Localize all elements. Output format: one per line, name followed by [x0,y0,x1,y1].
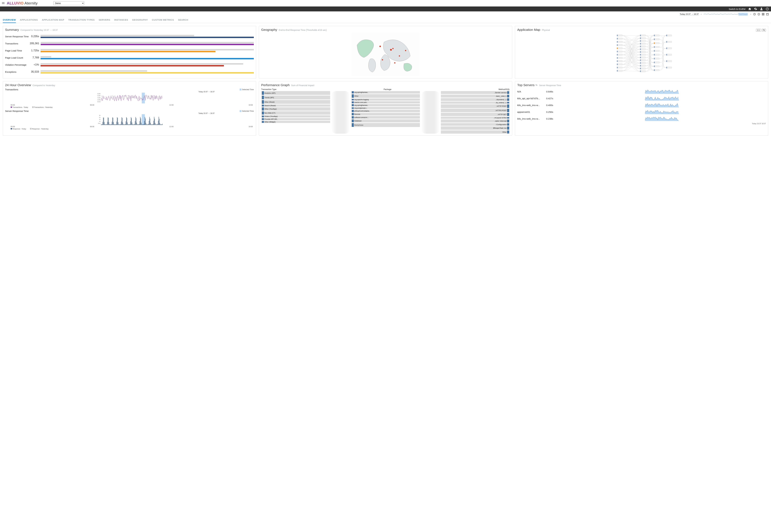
sankey-node[interactable]: Remote [351,113,420,115]
svg-rect-26 [617,44,618,46]
tab-transaction-types[interactable]: TRANSACTION TYPES [68,17,95,23]
sankey-node[interactable]: Non-Web (CT) [261,111,330,115]
svg-rect-70 [640,70,641,72]
clock-alert-icon[interactable] [757,13,760,16]
svg-rect-186 [137,124,138,125]
world-map[interactable] [261,33,510,76]
tab-instances[interactable]: INSTANCES [114,17,128,23]
sankey-node[interactable]: Trends (API) [261,96,330,99]
sankey-node[interactable]: Other (YourApp) [261,107,330,111]
sankey-node[interactable]: ::Configuration [441,123,510,126]
response-chart[interactable]: 8s6s4s2s0ms [5,114,254,125]
appmap-1to1-button[interactable]: 1:1 [756,29,761,32]
gear-icon[interactable] [754,7,757,10]
sankey-node[interactable]: org.springframew.. [351,104,420,106]
sankey-node[interactable]: $ReaperTask::run [441,126,510,130]
home-icon[interactable] [748,7,751,10]
calendar-icon[interactable] [766,13,769,16]
sankey-node[interactable]: org.apache.logging [351,98,420,101]
sankey-node[interactable]: ..rnLayout::toText [441,117,510,119]
sankey-node[interactable]: Orders (YourApp) [261,115,330,117]
server-name: k8s_api_api-5d7d7b... [517,97,543,100]
svg-rect-119 [103,118,103,125]
sankey-node[interactable]: Other [441,130,510,134]
summary-value: 7,769 [30,56,41,59]
sankey-node[interactable]: Other (Retail) [261,100,330,104]
sankey-node[interactable]: Search (Retail) [261,104,330,107]
time-prev-icon[interactable]: ‹ [700,13,702,16]
svg-rect-163 [126,121,126,125]
sankey-node[interactable]: Anonymous [351,123,420,127]
sankey-diagram[interactable]: Analytics (API)Trends (API)Other (Retail… [261,91,510,134]
svg-rect-7 [763,13,764,14]
sankey-node[interactable]: ..ity_orders(...); [441,102,510,104]
tab-applications[interactable]: APPLICATIONS [20,17,38,23]
transactions-chart[interactable]: 8,0006,0004,0002,00000:00 [5,93,254,103]
sankey-node[interactable]: ::HTTP GET [441,113,510,116]
appmap-fit-button[interactable]: Fit [762,29,766,32]
user-icon[interactable] [760,7,763,10]
sankey-node[interactable]: ::HTTP POST [441,104,510,108]
svg-rect-209 [149,117,150,125]
summary-row[interactable]: Page Load Time 1.725s [5,47,254,54]
gear-icon[interactable] [535,84,538,86]
time-range-label[interactable]: Today 15:37 → 16:37 [680,13,699,15]
legend-tx-today: Transactions - Today [12,106,28,108]
svg-rect-102 [666,67,667,68]
tab-servers[interactable]: SERVERS [99,17,110,23]
sankey-node[interactable]: ..Servlet::service [441,91,510,94]
svg-rect-231 [161,124,161,125]
summary-row[interactable]: Page Load Count 7,769 [5,54,254,61]
timeline-sparkline[interactable] [704,12,748,16]
tab-custom-metrics[interactable]: CUSTOM METRICS [152,17,174,23]
sankey-node[interactable]: ..eptor::intercept [441,119,510,123]
topserver-row[interactable]: N/A 0.649s [517,88,766,95]
geography-card: Geography End-to-End Response Time (Thre… [259,26,512,78]
tab-geography[interactable]: GEOGRAPHY [132,17,148,23]
sankey-node[interactable]: Provider API (Wi.. [261,118,330,120]
sankey-node[interactable]: software.amazon... [351,116,420,119]
topserver-row[interactable]: appserver01 0.250s [517,108,766,115]
sankey-node[interactable]: Database [351,119,420,122]
grid-icon[interactable] [762,13,765,16]
application-map-canvas[interactable] [517,33,766,76]
svg-rect-208 [149,121,149,125]
tab-overview[interactable]: OVERVIEW [3,17,16,23]
sankey-node[interactable]: Other [351,94,420,98]
svg-point-5 [759,14,759,15]
topserver-row[interactable]: k8s_ims-web_ims-w... 0.400s [517,102,766,108]
summary-row[interactable]: Server Response Time 0.235s [5,33,254,40]
sankey-node[interactable]: pShopConContaine.. [351,110,420,112]
topserver-row[interactable]: k8s_api_api-5d7d7b... 0.427s [517,95,766,102]
sankey-node[interactable]: Analytics (API) [261,91,330,95]
pg-col3: Method/SQL [499,88,510,90]
sankey-node[interactable]: reactor.core.pub.. [351,101,420,103]
sankey-node[interactable]: ..lient__info(..); [441,95,510,98]
top-header: ALLUVIO Aternity Demo [0,0,771,6]
svg-rect-6 [762,13,763,14]
help-icon[interactable]: ? [766,7,769,10]
summary-row[interactable]: Exceptions 35,533 [5,68,254,75]
topserver-row[interactable]: k8s_ims-web_ims-w... 0.238s [517,115,766,122]
switch-euem-link[interactable]: Switch to EUEM [729,8,745,10]
sankey-node[interactable]: Other (Widget) [261,121,330,123]
svg-rect-133 [110,124,111,125]
summary-row[interactable]: Violation Percentage <1% [5,61,254,68]
summary-row[interactable]: Transactions 205,361 [5,40,254,47]
svg-rect-143 [115,124,116,125]
tab-application-map[interactable]: APPLICATION MAP [42,17,64,23]
svg-rect-28 [617,47,618,49]
time-next-icon[interactable]: › [750,13,752,16]
svg-rect-150 [119,124,119,125]
sankey-node[interactable]: org.springframew.. [351,91,420,94]
sankey-node[interactable]: org.postgresql.c.. [351,107,420,109]
clock-icon[interactable] [753,13,756,16]
tenant-select[interactable]: Demo [53,1,84,5]
svg-point-17 [382,59,383,60]
sankey-node[interactable]: ::HTTPS POST [441,109,510,112]
svg-point-18 [394,62,396,63]
sankey-node[interactable]: ..rityorders(...); [441,98,510,101]
menu-icon[interactable] [2,1,5,5]
svg-rect-180 [134,124,135,125]
tab-search[interactable]: SEARCH [178,17,188,23]
